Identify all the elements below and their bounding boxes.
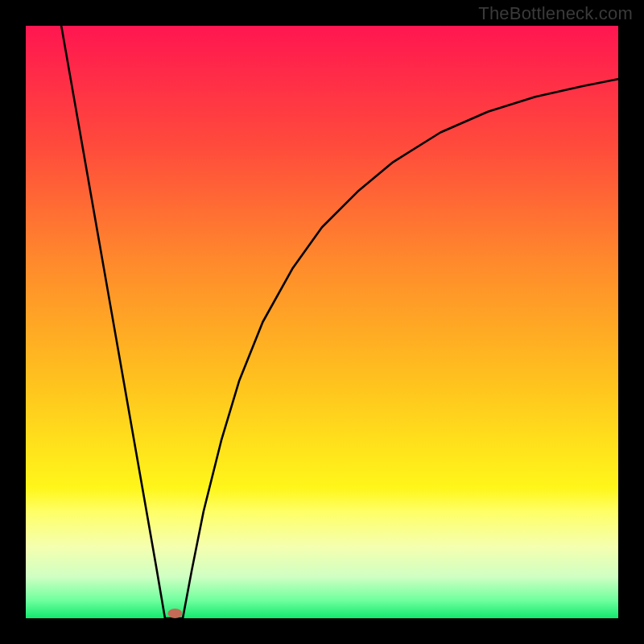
chart-frame: TheBottleneck.com bbox=[0, 0, 644, 644]
optimum-marker bbox=[167, 609, 182, 618]
chart-svg bbox=[0, 0, 644, 644]
watermark-text: TheBottleneck.com bbox=[478, 3, 633, 24]
plot-background bbox=[26, 26, 618, 618]
